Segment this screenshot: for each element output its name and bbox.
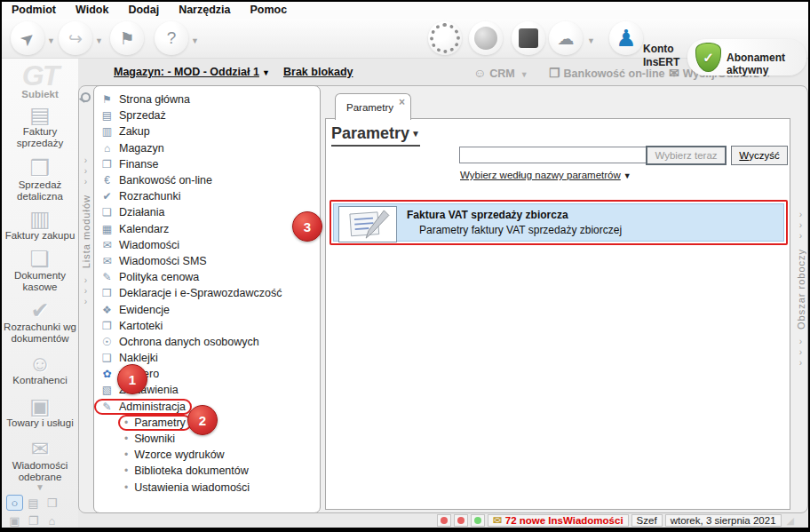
search-input[interactable] — [459, 147, 647, 163]
result-row[interactable]: Faktura VAT sprzedaży zbiorcza Parametry… — [333, 203, 784, 242]
mini-package-icon[interactable]: ❐ — [25, 512, 42, 528]
sidebar-module-kontrahenci[interactable]: ☺Kontrahenci — [2, 352, 78, 386]
module-tree-list: ⚑Strona główna▤Sprzedaż▥Zakup⌂Magazyn❐Fi… — [94, 91, 320, 496]
menu-item-dodaj[interactable]: Dodaj — [118, 2, 169, 18]
filter-by-name-link[interactable]: Wybierz według nazwy parametrów▼ — [460, 170, 631, 180]
tree-item-zakup[interactable]: ▥Zakup — [94, 123, 320, 139]
tree-item-kalendarz[interactable]: ▦Kalendarz — [94, 221, 320, 237]
online-services-button[interactable] — [469, 21, 503, 55]
chevron-down-icon[interactable]: ▼ — [191, 36, 199, 45]
tree-item-bankowosc-on-line[interactable]: €Bankowość on-line — [94, 172, 320, 188]
status-dot-cell[interactable] — [471, 514, 485, 527]
home-flag-icon: ⚑ — [100, 93, 114, 106]
status-dot-cell[interactable] — [437, 514, 451, 527]
tree-item-ewidencje[interactable]: ❖Ewidencje — [94, 301, 320, 317]
tree-item-deklaracje[interactable]: ❒Deklaracje i e-Sprawozdawczość — [94, 285, 320, 301]
tree-item-biblioteka-dokumentow[interactable]: •Biblioteka dokumentów — [94, 463, 320, 479]
close-icon[interactable]: × — [399, 96, 405, 108]
tree-item-label: Deklaracje i e-Sprawozdawczość — [119, 287, 282, 299]
sidebar-module-faktury-sprzedazy[interactable]: ▤Fakturysprzedaży — [2, 103, 78, 149]
bullet-icon: • — [124, 465, 128, 477]
tree-item-magazyn[interactable]: ⌂Magazyn — [94, 140, 320, 156]
tree-item-wiadomosci-sms[interactable]: ✉Wiadomości SMS — [94, 253, 320, 269]
crm-dropdown[interactable]: ☺CRM▼ — [473, 66, 528, 80]
tree-item-dzialania[interactable]: ❏Działania — [94, 204, 320, 220]
tree-item-finanse[interactable]: ❐Finanse — [94, 156, 320, 172]
date-cell: wtorek, 3 sierpnia 2021 — [665, 514, 782, 527]
tree-item-kartoteki[interactable]: ❐Kartoteki — [94, 318, 320, 334]
annotation-step-1: 1 — [117, 364, 147, 394]
page-title[interactable]: Parametry▼ — [331, 124, 420, 147]
nav-arrow-button[interactable]: ➤ — [11, 21, 44, 55]
menu-item-pomoc[interactable]: Pomoc — [240, 2, 297, 18]
brak-blokady-link[interactable]: Brak blokady — [283, 66, 353, 78]
sync-button[interactable] — [428, 21, 462, 55]
tree-item-label: Kalendarz — [119, 223, 169, 235]
tree-item-sprzedaz[interactable]: ▤Sprzedaż — [94, 107, 320, 123]
tab-parametry[interactable]: Parametry × — [335, 93, 411, 120]
status-dot-cell[interactable] — [454, 514, 468, 527]
obszar-roboczy-label: Obszar roboczy — [796, 249, 806, 330]
lock-icon: ❐ — [549, 66, 560, 80]
mini-basket-icon[interactable]: ❒ — [44, 495, 60, 511]
chevron-down-icon[interactable]: ▼ — [587, 36, 595, 45]
tree-item-label: Parametry — [134, 417, 186, 429]
module-cube-button[interactable] — [512, 21, 545, 55]
mini-coins-icon[interactable]: ▤ — [25, 495, 42, 511]
obszar-roboczy-strip[interactable]: ››› Obszar roboczy ››› — [793, 85, 808, 513]
lista-modulow-strip[interactable]: ››› Lista modułów ››› — [78, 85, 93, 513]
help-bubble-button[interactable]: ? — [155, 21, 188, 55]
bullet-icon: • — [124, 449, 128, 461]
konto-insert-label[interactable]: KontoInsERT — [643, 43, 679, 69]
tree-item-naklejki[interactable]: ❑Naklejki — [94, 350, 320, 366]
sidebar-module-dokumenty-kasowe[interactable]: ❏Dokumentykasowe — [2, 247, 78, 293]
module-label: Fakturysprzedaży — [2, 126, 78, 149]
tree-item-strona-glowna[interactable]: ⚑Strona główna — [94, 91, 320, 107]
menu-item-podmiot[interactable]: Podmiot — [2, 2, 66, 18]
flag-button[interactable]: ⚑ — [110, 21, 144, 55]
result-annotation-box: Faktura VAT sprzedaży zbiorcza Parametry… — [330, 200, 788, 245]
status-bar: ✉ 72 nowe InsWiadomości Szef wtorek, 3 s… — [78, 513, 806, 528]
send-arrow-button[interactable]: ↪ — [59, 21, 92, 55]
ins-wiadomosci-cell[interactable]: ✉ 72 nowe InsWiadomości — [488, 514, 629, 527]
tree-item-ustawienia-wiadomosci[interactable]: •Ustawienia wiadomości — [94, 480, 320, 496]
sidebar-module-towary-i-uslugi[interactable]: ▣Towary i usługi — [2, 394, 78, 429]
nav-arrow-icon: ➤ — [16, 26, 40, 51]
tab-bar: Parametry × — [325, 92, 790, 119]
mini-house-icon[interactable]: ⌂ — [44, 512, 60, 528]
magazyn-selector[interactable]: Magazyn: - MOD - Oddział 1▼ — [114, 66, 270, 78]
tree-item-ochrona-danych-osobowych[interactable]: ☉Ochrona danych osobowych — [94, 334, 320, 350]
sidebar-module-faktury-zakupu[interactable]: ▥Faktury zakupu — [2, 207, 78, 242]
more-modules-chevron[interactable]: ▼ — [2, 482, 78, 492]
sync-spinner-icon — [430, 23, 460, 53]
wyczysc-button[interactable]: Wyczyść — [731, 146, 788, 165]
sidebar-module-wiadomosci-odebrane[interactable]: ✉Wiadomościodebrane — [2, 437, 78, 483]
menu-item-widok[interactable]: Widok — [66, 2, 118, 18]
mini-circle-icon[interactable]: ○ — [6, 495, 23, 511]
chevron-down-icon[interactable]: ▼ — [47, 36, 55, 45]
pin-icon[interactable] — [81, 92, 91, 102]
sprzedaz-detaliczna-icon: ❒ — [2, 156, 78, 179]
tree-item-label: Słowniki — [134, 433, 175, 445]
dokumenty-kasowe-icon: ❏ — [2, 247, 78, 270]
tree-item-wiadomosci[interactable]: ✉Wiadomości — [94, 237, 320, 253]
wybierz-teraz-button[interactable]: Wybierz teraz — [646, 146, 727, 165]
sidebar-module-rozrachunki-wg-dokumentow[interactable]: ✔Rozrachunki wgdokumentów — [2, 298, 78, 345]
sidebar-module-sprzedaz-detaliczna[interactable]: ❒Sprzedażdetaliczna — [2, 156, 78, 202]
chevron-down-icon: ▼ — [623, 171, 631, 180]
tree-item-label: Finanse — [119, 158, 158, 171]
pricing-icon: ✎ — [100, 271, 114, 283]
tree-item-wzorce-wydrukow[interactable]: •Wzorce wydruków — [94, 447, 320, 463]
resize-grip-icon[interactable]: ◢ — [787, 515, 794, 527]
mini-box-icon[interactable]: ▣ — [6, 512, 23, 528]
administration-icon: ✎ — [100, 401, 114, 413]
tree-item-label: Administracja — [119, 401, 186, 413]
tree-item-rozrachunki[interactable]: ✔Rozrachunki — [94, 188, 320, 204]
konto-insert-button[interactable]: ♟ — [609, 21, 643, 55]
tree-item-label: Ochrona danych osobowych — [119, 336, 259, 348]
tree-item-polityka-cenowa[interactable]: ✎Polityka cenowa — [94, 269, 320, 285]
abonament-label: Abonament aktywny — [727, 52, 808, 76]
chevron-down-icon[interactable]: ▼ — [95, 36, 103, 45]
cloud-database-button[interactable]: ☁ — [549, 21, 583, 55]
menu-item-narzdzia[interactable]: Narzędzia — [169, 2, 240, 18]
